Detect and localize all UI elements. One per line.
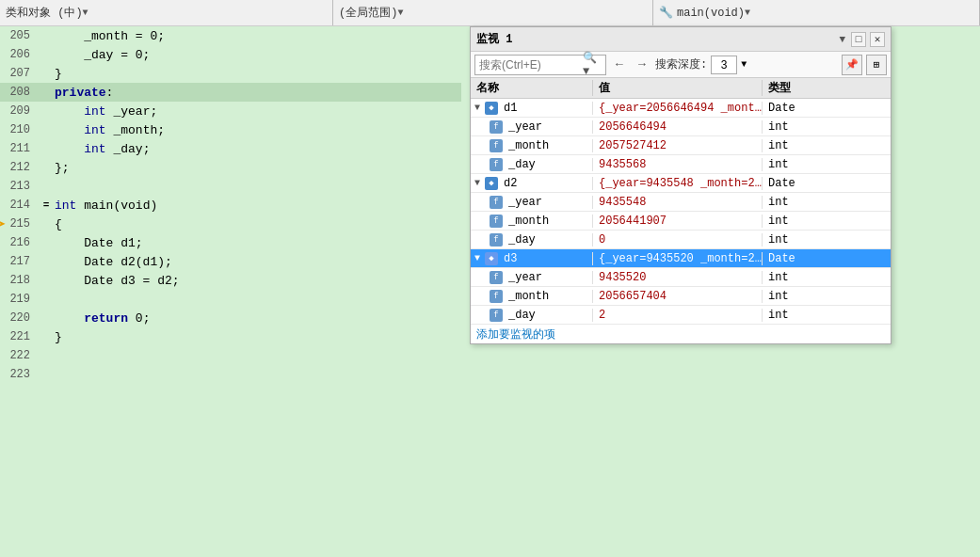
object-icon: ◆ <box>485 102 498 115</box>
table-row: 205 _month = 0; <box>0 26 461 45</box>
search-input-container: 🔍▼ <box>474 55 606 75</box>
watch-row-d2[interactable]: ▼ ◆ d2 {_year=9435548 _month=20... Date <box>471 174 891 193</box>
scope-dropdown-arrow: ▼ <box>397 8 403 18</box>
var-name: _year <box>508 196 542 209</box>
watch-row-d2-month[interactable]: f _month 2056441907 int <box>471 212 891 231</box>
function-icon: 🔧 <box>659 6 673 20</box>
watch-cell-type: int <box>763 139 891 152</box>
var-name: _day <box>508 309 536 322</box>
line-number: 219 <box>0 293 38 306</box>
watch-cell-value: 9435568 <box>593 158 763 171</box>
var-name: d3 <box>504 252 517 265</box>
watch-cell-type: int <box>763 233 891 247</box>
table-row: 207 } <box>0 64 461 83</box>
watch-cell-value-d1: {_year=2056646494 _month... <box>593 102 763 115</box>
watch-cell-name: f _year <box>471 271 593 284</box>
expand-d3-btn[interactable]: ▼ <box>474 253 480 263</box>
line-content: } <box>55 67 461 81</box>
table-row: 208 private: <box>0 83 461 102</box>
field-icon: f <box>490 120 503 134</box>
watch-row-d3[interactable]: ▼ ◆ d3 {_year=9435520 _month=20... Date <box>471 249 891 268</box>
line-number: 216 <box>0 236 38 249</box>
watch-cell-value: 2057527412 <box>593 139 763 152</box>
line-number: 206 <box>0 48 38 61</box>
watch-cell-type: int <box>763 158 891 171</box>
add-watch-item[interactable]: 添加要监视的项 <box>471 325 891 343</box>
expand-d1-btn[interactable]: ▼ <box>474 103 480 113</box>
watch-search-bar: 🔍▼ ← → 搜索深度: ▼ 📌 ⊞ <box>471 52 891 78</box>
search-back-btn[interactable]: ← <box>610 56 629 74</box>
expand-d2-btn[interactable]: ▼ <box>474 178 480 188</box>
var-name: d1 <box>504 102 517 115</box>
search-depth-input[interactable] <box>711 56 737 74</box>
search-icon[interactable]: 🔍▼ <box>583 51 602 78</box>
table-row: 210 int _month; <box>0 120 461 139</box>
watch-cell-name: ▼ ◆ d3 <box>471 252 593 265</box>
watch-cell-value: 2056441907 <box>593 215 763 228</box>
watch-cell-name: f _month <box>471 215 593 228</box>
watch-cell-name: f _month <box>471 139 593 152</box>
watch-panel: 监视 1 ▼ □ ✕ 🔍▼ ← → 搜索深度: ▼ 📌 ⊞ 名称 值 类型 ▼ <box>470 26 892 344</box>
field-icon: f <box>490 290 503 303</box>
watch-row-d1-year[interactable]: f _year 2056646494 int <box>471 118 891 136</box>
watch-cell-value: 2 <box>593 309 763 322</box>
col-header-type: 类型 <box>763 80 891 96</box>
line-content: int main(void) <box>55 199 461 213</box>
watch-row-d3-month[interactable]: f _month 2056657404 int <box>471 287 891 306</box>
table-row: 217 Date d2(d1); <box>0 252 461 271</box>
line-number: 209 <box>0 104 38 118</box>
line-number: 212 <box>0 161 38 174</box>
line-number: 213 <box>0 180 38 193</box>
watch-close-btn[interactable]: ✕ <box>870 32 885 47</box>
watch-dropdown-btn[interactable]: ▼ <box>837 34 847 45</box>
object-icon: ◆ <box>485 177 498 190</box>
object-icon: ◆ <box>485 252 498 265</box>
line-number: 221 <box>0 330 38 343</box>
search-input[interactable] <box>479 58 583 72</box>
var-name: _month <box>508 290 549 303</box>
line-number: 210 <box>0 123 38 136</box>
watch-cell-value: 9435520 <box>593 271 763 284</box>
var-name: _year <box>508 120 542 134</box>
watch-cell-name: f _day <box>471 309 593 322</box>
watch-row-d2-year[interactable]: f _year 9435548 int <box>471 193 891 212</box>
watch-cell-name: f _year <box>471 120 593 134</box>
line-content: }; <box>55 161 461 175</box>
class-dropdown-arrow: ▼ <box>83 8 88 18</box>
watch-table: ▼ ◆ d1 {_year=2056646494 _month... Date … <box>471 99 891 343</box>
function-dropdown[interactable]: 🔧 main(void) ▼ <box>653 0 980 25</box>
watch-row-d2-day[interactable]: f _day 0 int <box>471 231 891 249</box>
watch-cell-type: int <box>763 215 891 228</box>
watch-row-d3-year[interactable]: f _year 9435520 int <box>471 268 891 287</box>
table-row: 216 Date d1; <box>0 233 461 252</box>
var-name: _year <box>508 271 542 284</box>
table-row: 222 <box>0 346 461 365</box>
watch-row-d1[interactable]: ▼ ◆ d1 {_year=2056646494 _month... Date <box>471 99 891 118</box>
line-content: { <box>55 217 461 231</box>
class-dropdown[interactable]: 类和对象 (中) ▼ <box>0 0 333 25</box>
watch-cell-type-d1: Date <box>763 102 891 115</box>
depth-dropdown-arrow[interactable]: ▼ <box>741 59 747 70</box>
var-name: _day <box>508 158 536 171</box>
watch-row-d1-day[interactable]: f _day 9435568 int <box>471 155 891 174</box>
scope-dropdown[interactable]: (全局范围) ▼ <box>333 0 653 25</box>
watch-title-bar: 监视 1 ▼ □ ✕ <box>471 27 891 52</box>
pin-btn[interactable]: 📌 <box>842 55 862 75</box>
class-dropdown-label: 类和对象 (中) <box>6 5 83 21</box>
debug-arrow-icon: ➤ <box>0 216 6 232</box>
watch-cell-value-d2: {_year=9435548 _month=20... <box>593 177 763 190</box>
search-forward-btn[interactable]: → <box>633 56 651 74</box>
line-content: return 0; <box>55 311 461 326</box>
table-row: 214 = int main(void) <box>0 196 461 215</box>
watch-row-d1-month[interactable]: f _month 2057527412 int <box>471 136 891 155</box>
watch-row-d3-day[interactable]: f _day 2 int <box>471 306 891 325</box>
watch-minimize-btn[interactable]: □ <box>851 32 866 47</box>
line-number: 220 <box>0 311 38 325</box>
code-lines: 205 _month = 0; 206 _day = 0; 207 } 208 <box>0 26 461 384</box>
watch-cell-type: int <box>763 271 891 284</box>
line-number: 208 <box>0 86 38 99</box>
field-icon: f <box>490 158 503 171</box>
line-content: private: <box>55 86 461 100</box>
columns-btn[interactable]: ⊞ <box>866 55 887 75</box>
table-row: 221 } <box>0 327 461 346</box>
